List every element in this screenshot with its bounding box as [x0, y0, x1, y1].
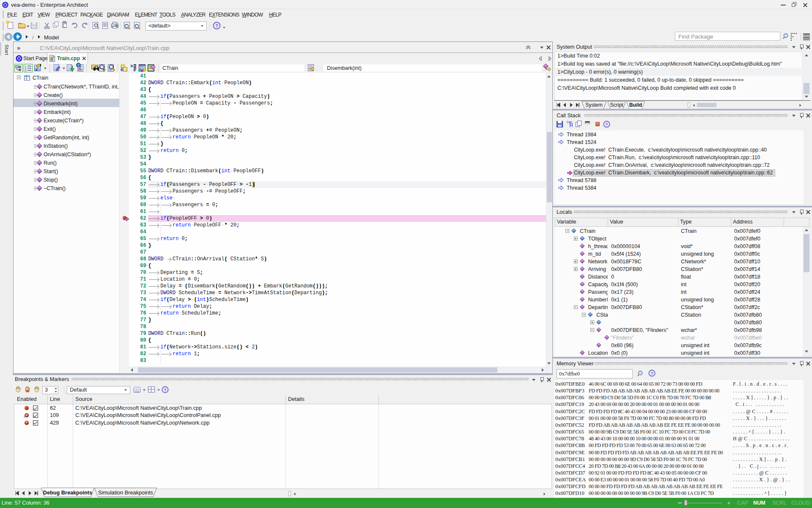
- svg-text:Debug Breakpoints: Debug Breakpoints: [43, 490, 92, 496]
- svg-text:System: System: [585, 102, 603, 108]
- svg-text:Simulation Breakpoints: Simulation Breakpoints: [98, 490, 153, 496]
- svg-text:?: ?: [164, 387, 166, 392]
- svg-text:T: T: [77, 64, 80, 67]
- svg-text:?: ?: [650, 371, 653, 375]
- svg-text:?: ?: [215, 23, 218, 28]
- svg-text:Build: Build: [629, 102, 642, 108]
- svg-text:3: 3: [25, 69, 27, 72]
- svg-text:?: ?: [605, 122, 608, 127]
- svg-text:Script: Script: [610, 102, 623, 108]
